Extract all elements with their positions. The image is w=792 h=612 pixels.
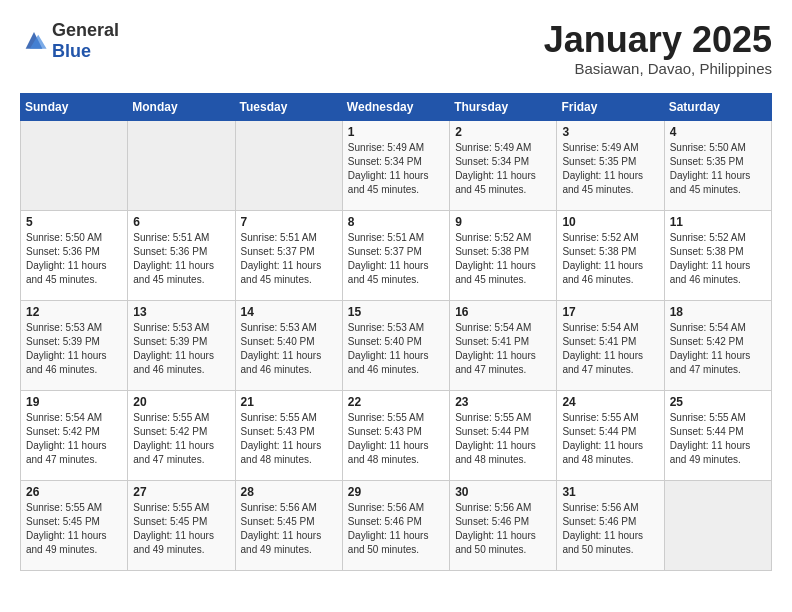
day-number: 1 xyxy=(348,125,444,139)
week-row-2: 5Sunrise: 5:50 AM Sunset: 5:36 PM Daylig… xyxy=(21,210,772,300)
day-info: Sunrise: 5:49 AM Sunset: 5:35 PM Dayligh… xyxy=(562,141,658,197)
header-row: SundayMondayTuesdayWednesdayThursdayFrid… xyxy=(21,93,772,120)
calendar-cell: 10Sunrise: 5:52 AM Sunset: 5:38 PM Dayli… xyxy=(557,210,664,300)
day-info: Sunrise: 5:55 AM Sunset: 5:45 PM Dayligh… xyxy=(133,501,229,557)
day-info: Sunrise: 5:53 AM Sunset: 5:40 PM Dayligh… xyxy=(241,321,337,377)
calendar-cell: 1Sunrise: 5:49 AM Sunset: 5:34 PM Daylig… xyxy=(342,120,449,210)
day-info: Sunrise: 5:52 AM Sunset: 5:38 PM Dayligh… xyxy=(455,231,551,287)
calendar-cell: 8Sunrise: 5:51 AM Sunset: 5:37 PM Daylig… xyxy=(342,210,449,300)
calendar-cell: 27Sunrise: 5:55 AM Sunset: 5:45 PM Dayli… xyxy=(128,480,235,570)
day-number: 18 xyxy=(670,305,766,319)
calendar-cell: 22Sunrise: 5:55 AM Sunset: 5:43 PM Dayli… xyxy=(342,390,449,480)
day-info: Sunrise: 5:54 AM Sunset: 5:42 PM Dayligh… xyxy=(26,411,122,467)
day-number: 4 xyxy=(670,125,766,139)
day-info: Sunrise: 5:49 AM Sunset: 5:34 PM Dayligh… xyxy=(455,141,551,197)
calendar-cell: 16Sunrise: 5:54 AM Sunset: 5:41 PM Dayli… xyxy=(450,300,557,390)
calendar-cell: 2Sunrise: 5:49 AM Sunset: 5:34 PM Daylig… xyxy=(450,120,557,210)
day-number: 6 xyxy=(133,215,229,229)
calendar-cell: 20Sunrise: 5:55 AM Sunset: 5:42 PM Dayli… xyxy=(128,390,235,480)
day-number: 26 xyxy=(26,485,122,499)
calendar-cell: 18Sunrise: 5:54 AM Sunset: 5:42 PM Dayli… xyxy=(664,300,771,390)
day-number: 31 xyxy=(562,485,658,499)
calendar-cell xyxy=(21,120,128,210)
day-number: 10 xyxy=(562,215,658,229)
day-info: Sunrise: 5:52 AM Sunset: 5:38 PM Dayligh… xyxy=(562,231,658,287)
calendar-cell: 19Sunrise: 5:54 AM Sunset: 5:42 PM Dayli… xyxy=(21,390,128,480)
week-row-3: 12Sunrise: 5:53 AM Sunset: 5:39 PM Dayli… xyxy=(21,300,772,390)
day-info: Sunrise: 5:51 AM Sunset: 5:37 PM Dayligh… xyxy=(348,231,444,287)
day-info: Sunrise: 5:55 AM Sunset: 5:43 PM Dayligh… xyxy=(241,411,337,467)
day-number: 19 xyxy=(26,395,122,409)
calendar-cell xyxy=(664,480,771,570)
title-block: January 2025 Basiawan, Davao, Philippine… xyxy=(544,20,772,77)
logo-icon xyxy=(20,29,48,53)
calendar-cell: 4Sunrise: 5:50 AM Sunset: 5:35 PM Daylig… xyxy=(664,120,771,210)
page-header: General Blue January 2025 Basiawan, Dava… xyxy=(20,20,772,77)
calendar-cell: 28Sunrise: 5:56 AM Sunset: 5:45 PM Dayli… xyxy=(235,480,342,570)
day-number: 2 xyxy=(455,125,551,139)
day-info: Sunrise: 5:55 AM Sunset: 5:44 PM Dayligh… xyxy=(562,411,658,467)
day-header-wednesday: Wednesday xyxy=(342,93,449,120)
day-header-monday: Monday xyxy=(128,93,235,120)
calendar-cell: 23Sunrise: 5:55 AM Sunset: 5:44 PM Dayli… xyxy=(450,390,557,480)
day-info: Sunrise: 5:50 AM Sunset: 5:35 PM Dayligh… xyxy=(670,141,766,197)
calendar-cell xyxy=(128,120,235,210)
day-number: 13 xyxy=(133,305,229,319)
calendar-cell: 29Sunrise: 5:56 AM Sunset: 5:46 PM Dayli… xyxy=(342,480,449,570)
day-number: 11 xyxy=(670,215,766,229)
day-info: Sunrise: 5:53 AM Sunset: 5:39 PM Dayligh… xyxy=(26,321,122,377)
calendar-table: SundayMondayTuesdayWednesdayThursdayFrid… xyxy=(20,93,772,571)
month-title: January 2025 xyxy=(544,20,772,60)
week-row-1: 1Sunrise: 5:49 AM Sunset: 5:34 PM Daylig… xyxy=(21,120,772,210)
calendar-cell: 15Sunrise: 5:53 AM Sunset: 5:40 PM Dayli… xyxy=(342,300,449,390)
day-header-tuesday: Tuesday xyxy=(235,93,342,120)
day-info: Sunrise: 5:54 AM Sunset: 5:41 PM Dayligh… xyxy=(455,321,551,377)
day-number: 12 xyxy=(26,305,122,319)
calendar-cell: 24Sunrise: 5:55 AM Sunset: 5:44 PM Dayli… xyxy=(557,390,664,480)
day-number: 29 xyxy=(348,485,444,499)
day-number: 30 xyxy=(455,485,551,499)
day-info: Sunrise: 5:52 AM Sunset: 5:38 PM Dayligh… xyxy=(670,231,766,287)
day-number: 23 xyxy=(455,395,551,409)
day-number: 14 xyxy=(241,305,337,319)
day-info: Sunrise: 5:55 AM Sunset: 5:45 PM Dayligh… xyxy=(26,501,122,557)
day-header-sunday: Sunday xyxy=(21,93,128,120)
calendar-cell: 9Sunrise: 5:52 AM Sunset: 5:38 PM Daylig… xyxy=(450,210,557,300)
day-info: Sunrise: 5:49 AM Sunset: 5:34 PM Dayligh… xyxy=(348,141,444,197)
calendar-cell: 25Sunrise: 5:55 AM Sunset: 5:44 PM Dayli… xyxy=(664,390,771,480)
calendar-cell: 3Sunrise: 5:49 AM Sunset: 5:35 PM Daylig… xyxy=(557,120,664,210)
day-info: Sunrise: 5:55 AM Sunset: 5:42 PM Dayligh… xyxy=(133,411,229,467)
day-number: 3 xyxy=(562,125,658,139)
day-number: 5 xyxy=(26,215,122,229)
calendar-cell: 31Sunrise: 5:56 AM Sunset: 5:46 PM Dayli… xyxy=(557,480,664,570)
calendar-cell: 11Sunrise: 5:52 AM Sunset: 5:38 PM Dayli… xyxy=(664,210,771,300)
logo-blue-text: Blue xyxy=(52,41,91,61)
week-row-4: 19Sunrise: 5:54 AM Sunset: 5:42 PM Dayli… xyxy=(21,390,772,480)
calendar-cell: 26Sunrise: 5:55 AM Sunset: 5:45 PM Dayli… xyxy=(21,480,128,570)
day-number: 9 xyxy=(455,215,551,229)
day-number: 25 xyxy=(670,395,766,409)
day-number: 17 xyxy=(562,305,658,319)
day-info: Sunrise: 5:51 AM Sunset: 5:37 PM Dayligh… xyxy=(241,231,337,287)
day-info: Sunrise: 5:56 AM Sunset: 5:46 PM Dayligh… xyxy=(455,501,551,557)
calendar-cell: 5Sunrise: 5:50 AM Sunset: 5:36 PM Daylig… xyxy=(21,210,128,300)
day-number: 28 xyxy=(241,485,337,499)
location-title: Basiawan, Davao, Philippines xyxy=(544,60,772,77)
day-number: 24 xyxy=(562,395,658,409)
day-info: Sunrise: 5:51 AM Sunset: 5:36 PM Dayligh… xyxy=(133,231,229,287)
day-info: Sunrise: 5:56 AM Sunset: 5:45 PM Dayligh… xyxy=(241,501,337,557)
day-number: 20 xyxy=(133,395,229,409)
day-info: Sunrise: 5:53 AM Sunset: 5:40 PM Dayligh… xyxy=(348,321,444,377)
calendar-cell: 6Sunrise: 5:51 AM Sunset: 5:36 PM Daylig… xyxy=(128,210,235,300)
logo-general-text: General xyxy=(52,20,119,40)
calendar-cell: 13Sunrise: 5:53 AM Sunset: 5:39 PM Dayli… xyxy=(128,300,235,390)
day-header-saturday: Saturday xyxy=(664,93,771,120)
day-number: 21 xyxy=(241,395,337,409)
day-info: Sunrise: 5:55 AM Sunset: 5:44 PM Dayligh… xyxy=(455,411,551,467)
day-info: Sunrise: 5:54 AM Sunset: 5:41 PM Dayligh… xyxy=(562,321,658,377)
day-header-friday: Friday xyxy=(557,93,664,120)
calendar-cell: 21Sunrise: 5:55 AM Sunset: 5:43 PM Dayli… xyxy=(235,390,342,480)
calendar-cell xyxy=(235,120,342,210)
calendar-cell: 12Sunrise: 5:53 AM Sunset: 5:39 PM Dayli… xyxy=(21,300,128,390)
day-info: Sunrise: 5:55 AM Sunset: 5:44 PM Dayligh… xyxy=(670,411,766,467)
